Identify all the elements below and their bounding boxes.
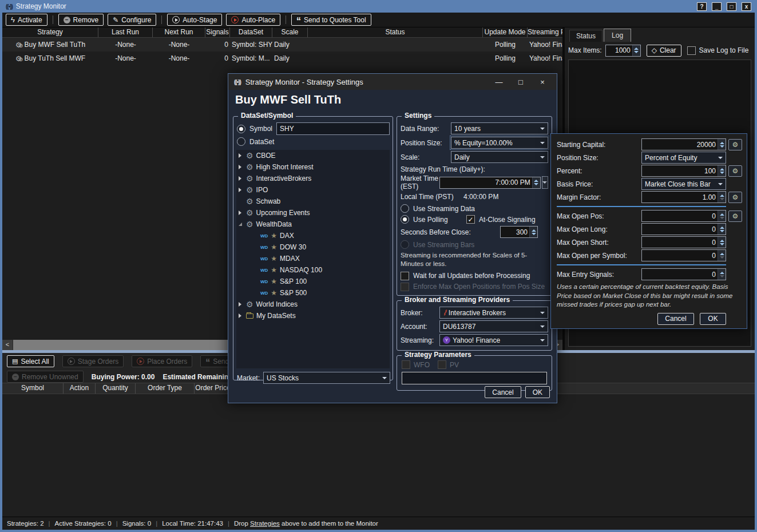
data-range-select[interactable]: 10 years — [451, 122, 548, 134]
expander-icon[interactable] — [239, 211, 243, 215]
col-update-mode[interactable]: Update Mode — [483, 27, 528, 37]
seconds-input[interactable] — [501, 228, 529, 236]
tree-item-cboe[interactable]: ⚙CBOE — [236, 150, 390, 161]
auto-stage-button[interactable]: Auto-Stage — [167, 14, 222, 26]
dialog-minimize-button[interactable]: — — [490, 78, 508, 86]
clear-log-button[interactable]: ◇ Clear — [647, 45, 681, 57]
tree-item-nasdaq-100[interactable]: WD★NASDAQ 100 — [236, 264, 390, 276]
tree-item-world-indices[interactable]: ⚙World Indices — [236, 299, 390, 310]
max-open-per-symbol-stepper[interactable] — [718, 250, 726, 261]
at-close-signaling-checkbox[interactable]: ✓ — [466, 215, 475, 224]
tree-item-ipo[interactable]: ⚙IPO — [236, 184, 390, 196]
tree-item-interactivebrokers[interactable]: ⚙InteractiveBrokers — [236, 173, 390, 184]
select-all-button[interactable]: ▤ Select All — [7, 355, 54, 367]
use-streaming-data-radio[interactable] — [401, 204, 409, 213]
col-order-type[interactable]: Order Type — [136, 383, 195, 394]
tree-item-wealthdata[interactable]: ⚙WealthData — [236, 219, 390, 230]
market-time-input[interactable] — [440, 178, 532, 186]
col-action[interactable]: Action — [64, 383, 96, 394]
seconds-stepper[interactable] — [529, 227, 537, 237]
col-dataset[interactable]: DataSet — [230, 27, 272, 37]
tab-status[interactable]: Status — [569, 30, 603, 42]
help-button[interactable]: ? — [697, 2, 707, 11]
strategy-parameters-input[interactable] — [402, 372, 547, 384]
tree-item-mdax[interactable]: WD★MDAX — [236, 253, 390, 264]
tree-item-high-short-interest[interactable]: ⚙High Short Interest — [236, 161, 390, 173]
popup-cancel-button[interactable]: Cancel — [657, 313, 694, 325]
starting-capital-gear-button[interactable]: ⚙ — [728, 139, 742, 150]
symbol-input[interactable] — [276, 122, 390, 135]
tree-item-sp-500[interactable]: WD★S&P 500 — [236, 287, 390, 299]
remove-unowned-button[interactable]: − Remove Unowned — [7, 371, 84, 383]
broker-select[interactable]: ⌇ Interactive Brokers — [439, 307, 548, 319]
col-order-price[interactable]: Order Price — [195, 383, 231, 394]
strategy-row[interactable]: ⚙⚙ Buy MWF Sell TuTh -None- -None- 0 Sym… — [2, 38, 562, 51]
wait-updates-checkbox[interactable] — [401, 272, 409, 280]
scale-select[interactable]: Daily — [451, 151, 548, 163]
max-items-input[interactable] — [606, 46, 632, 54]
max-open-long-input[interactable] — [642, 225, 718, 233]
pv-checkbox[interactable] — [438, 360, 446, 369]
percent-gear-button[interactable]: ⚙ — [728, 165, 742, 177]
basis-price-select[interactable]: Market Close this Bar — [641, 178, 726, 190]
margin-factor-gear-button[interactable]: ⚙ — [728, 192, 742, 203]
scroll-left-button[interactable]: < — [2, 340, 13, 350]
col-next-run[interactable]: Next Run — [153, 27, 205, 37]
max-entry-signals-input[interactable] — [642, 271, 718, 279]
close-button[interactable]: x — [742, 2, 751, 11]
wfo-checkbox[interactable] — [402, 360, 410, 369]
dialog-ok-button[interactable]: OK — [525, 386, 550, 398]
minimize-button[interactable]: _ — [712, 2, 722, 11]
expander-icon[interactable] — [239, 153, 243, 158]
maximize-button[interactable]: □ — [727, 2, 736, 11]
tree-item-sp-100[interactable]: WD★S&P 100 — [236, 276, 390, 287]
max-open-pos-input[interactable] — [642, 212, 718, 220]
col-scale[interactable]: Scale — [272, 27, 308, 37]
auto-place-button[interactable]: Auto-Place — [226, 14, 280, 26]
tree-item-my-datasets[interactable]: My DataSets — [236, 310, 390, 321]
position-size-select[interactable]: Percent of Equity — [641, 152, 726, 164]
market-time-dropdown-button[interactable] — [542, 176, 548, 189]
use-streaming-bars-radio[interactable] — [401, 240, 409, 249]
col-quantity[interactable]: Quantity — [96, 383, 136, 394]
expander-icon[interactable] — [239, 302, 243, 307]
percent-stepper[interactable] — [718, 165, 726, 176]
max-open-pos-stepper[interactable] — [718, 211, 726, 221]
tree-item-upcoming-events[interactable]: ⚙Upcoming Events — [236, 207, 390, 219]
percent-input[interactable] — [642, 167, 718, 175]
max-entry-signals-stepper[interactable] — [718, 269, 726, 280]
col-strategy[interactable]: Strategy — [2, 27, 98, 37]
starting-capital-input[interactable] — [642, 141, 718, 149]
send-to-quotes-tool-button[interactable]: “ Send to Quotes Tool — [291, 14, 371, 26]
dialog-close-button[interactable]: × — [534, 78, 551, 86]
margin-factor-input[interactable] — [642, 193, 718, 201]
streaming-select[interactable]: Y Yahoo! Finance — [439, 334, 548, 346]
account-select[interactable]: DU613787 — [439, 320, 548, 332]
tree-item-dax[interactable]: WD★DAX — [236, 230, 390, 241]
symbol-radio[interactable] — [237, 125, 245, 133]
tree-item-schwab[interactable]: ⚙Schwab — [236, 196, 390, 207]
expander-icon[interactable] — [239, 188, 243, 192]
margin-factor-stepper[interactable] — [718, 192, 726, 203]
max-open-short-input[interactable] — [642, 239, 718, 247]
strategy-row[interactable]: ⚙⚙ Buy TuTh Sell MWF -None- -None- 0 Sym… — [2, 51, 562, 65]
use-polling-radio[interactable] — [401, 215, 409, 224]
starting-capital-stepper[interactable] — [718, 139, 726, 150]
remove-button[interactable]: − Remove — [58, 14, 104, 26]
position-size-select[interactable]: % Equity=100.00% — [451, 137, 548, 149]
enforce-max-checkbox[interactable] — [401, 283, 409, 291]
market-time-stepper[interactable] — [532, 177, 540, 188]
max-open-per-symbol-input[interactable] — [642, 252, 718, 260]
col-last-run[interactable]: Last Run — [98, 27, 153, 37]
expander-icon[interactable] — [239, 176, 243, 181]
max-open-long-stepper[interactable] — [718, 224, 726, 235]
max-open-short-stepper[interactable] — [718, 237, 726, 248]
tree-item-dow-30[interactable]: WD★DOW 30 — [236, 241, 390, 253]
col-signals[interactable]: Signals — [205, 27, 230, 37]
expander-icon[interactable] — [239, 223, 243, 226]
max-items-stepper[interactable] — [632, 45, 640, 56]
dataset-radio[interactable] — [237, 137, 245, 146]
col-status[interactable]: Status — [308, 27, 483, 37]
max-open-pos-gear-button[interactable]: ⚙ — [728, 211, 742, 222]
dialog-cancel-button[interactable]: Cancel — [485, 386, 521, 398]
